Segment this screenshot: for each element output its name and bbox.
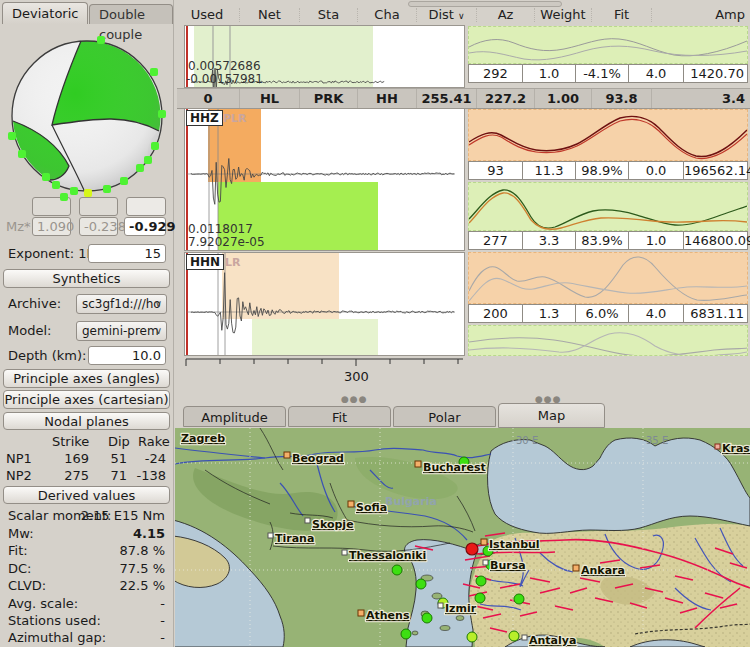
city-label-antalya: Antalya [529, 634, 576, 647]
hhn-fit-panel-2-clipped[interactable] [468, 325, 748, 356]
col-cha[interactable]: Cha [358, 8, 417, 22]
station-sta: PRK [300, 89, 358, 108]
region-label-bulgaria: Bulgaria [385, 495, 437, 508]
nodal-col-strike: Strike [52, 434, 89, 449]
np2-dip: 71 [110, 468, 127, 483]
city-label-izmir: Izmir [445, 602, 477, 615]
station-fit: 93.8 [592, 89, 652, 108]
exponent-field[interactable]: 15 [88, 244, 166, 263]
hhz-fit-traces-1 [469, 110, 747, 160]
summary-waveform-panel[interactable]: 0.00572686 -0.00157981 [184, 25, 465, 88]
nodal-planes-header[interactable]: Nodal planes [3, 412, 170, 430]
city-label-sofia: Sofia [356, 501, 387, 514]
nodal-col-dip: Dip [108, 434, 130, 449]
col-amp[interactable]: Amp [652, 8, 750, 22]
tab-amplitude[interactable]: Amplitude [183, 406, 286, 427]
tab-polar[interactable]: Polar [393, 406, 496, 427]
derived-label: Fit: [8, 543, 28, 558]
principle-axes-cartesian-button[interactable]: Principle axes (cartesian) [3, 390, 170, 409]
derived-value: 2.15 E15 Nm [81, 508, 165, 523]
derived-label: CLVD: [8, 578, 46, 593]
chevron-down-icon: ∨ [155, 295, 162, 313]
beachball-plot[interactable] [0, 26, 173, 202]
derived-values-header[interactable]: Derived values [3, 486, 170, 504]
hhz-fit-panel-1[interactable] [468, 109, 748, 161]
derived-value: 22.5 % [120, 578, 165, 593]
tab-map[interactable]: Map [498, 403, 605, 428]
summary-amp-min: -0.00157981 [186, 73, 263, 86]
stat-fit: -4.1% [576, 65, 629, 82]
derived-value: - [160, 613, 165, 628]
stat-az: 292 [469, 65, 523, 82]
summary-fit-panel[interactable] [468, 26, 748, 64]
component-label-hhz: HHZ [186, 110, 223, 126]
np2-rake: -138 [136, 468, 166, 483]
tab-deviatoric[interactable]: Deviatoric [2, 2, 88, 24]
summary-stats-row: 292 1.0 -4.1% 4.0 1420.70 [468, 64, 748, 83]
np2-strike: 275 [64, 468, 89, 483]
epicenter-marker[interactable] [466, 543, 478, 555]
station-row[interactable]: 0 HL PRK HH 255.41 227.2 1.00 93.8 3.4 [177, 88, 750, 109]
station-map[interactable]: 30 E 35 E Bulgaria [175, 428, 750, 647]
stat-weight: 1.0 [629, 232, 684, 249]
stat-amp: 146800.09 [684, 232, 750, 249]
hhn-stats-row-1: 200 1.3 6.0% 4.0 6831.11 [468, 304, 748, 323]
left-panel: Deviatoric Double couple [0, 0, 174, 647]
derived-value: - [160, 596, 165, 611]
stat-weight: 4.0 [629, 65, 684, 82]
hhz-waveform-panel[interactable]: HHZ PLR 0.0118017 7.92027e-05 [184, 108, 465, 251]
hhz-stats-row-1: 93 11.3 98.9% 0.0 196562.14 [468, 161, 748, 180]
col-az[interactable]: Az [477, 8, 535, 22]
col-used[interactable]: Used [175, 8, 240, 22]
hhz-stats-row-2: 277 3.3 83.9% 1.0 146800.09 [468, 231, 748, 250]
stat-az: 277 [469, 232, 523, 249]
mz-field-1[interactable]: 1.090 [32, 217, 71, 236]
derived-label: Azimuthal gap: [8, 630, 106, 645]
model-value: gemini-prem [82, 324, 159, 338]
model-label: Model: [8, 323, 51, 338]
city-label-istanbul: Istanbul [489, 538, 540, 551]
hhz-fit-panel-2[interactable] [468, 182, 748, 231]
model-select[interactable]: gemini-prem ∨ [76, 321, 167, 341]
city-label-bucharest: Bucharest [423, 461, 486, 474]
phase-marker-label: PLR [223, 112, 247, 125]
col-net[interactable]: Net [240, 8, 300, 22]
phase-marker-label: LR [225, 256, 240, 269]
stat-dist: 1.0 [523, 65, 576, 82]
city-label-tirana: Tirana [275, 532, 314, 545]
derived-label: Avg. scale: [8, 596, 78, 611]
hhn-fit-panel-1[interactable] [468, 252, 748, 304]
archive-select[interactable]: sc3gf1d:///ho ∨ [76, 294, 167, 314]
derived-value: 77.5 % [120, 561, 165, 576]
np1-rake: -24 [145, 451, 166, 466]
tab-double-couple[interactable]: Double couple [89, 4, 173, 24]
station-amp: 3.4 [652, 89, 750, 108]
col-sta[interactable]: Sta [300, 8, 358, 22]
stat-az: 93 [469, 162, 523, 179]
component-label-hhn: HHN [186, 254, 224, 270]
tab-fit[interactable]: Fit [288, 406, 391, 427]
city-label-zagreb: Zagreb [181, 432, 225, 445]
mz-field-3[interactable]: -0.929 [124, 217, 166, 236]
col-dist[interactable]: Dist ∨ [417, 8, 477, 22]
depth-label: Depth (km): [8, 348, 86, 363]
hhn-waveform-panel[interactable]: HHN LR [184, 252, 465, 356]
stat-fit: 6.0% [576, 305, 629, 322]
station-az: 227.2 [477, 89, 535, 108]
grid-label-35e: 35 E [646, 435, 668, 446]
mz-field-2[interactable]: -0.238 [79, 217, 118, 236]
stat-amp: 6831.11 [684, 305, 747, 322]
mz-label: Mz* [6, 219, 31, 234]
depth-field[interactable]: 10.0 [88, 346, 166, 365]
np1-strike: 169 [64, 451, 89, 466]
col-weight[interactable]: Weight [535, 8, 592, 22]
derived-value-mw: 4.15 [133, 526, 165, 541]
chevron-down-icon: ∨ [155, 322, 162, 340]
derived-label: Stations used: [8, 613, 101, 628]
derived-label: DC: [8, 561, 31, 576]
col-fit[interactable]: Fit [592, 8, 652, 22]
stat-fit: 83.9% [576, 232, 629, 249]
synthetics-header[interactable]: Synthetics [3, 269, 170, 288]
splitter-handle[interactable]: ●●● [341, 394, 368, 404]
principle-axes-angles-button[interactable]: Principle axes (angles) [3, 369, 170, 388]
